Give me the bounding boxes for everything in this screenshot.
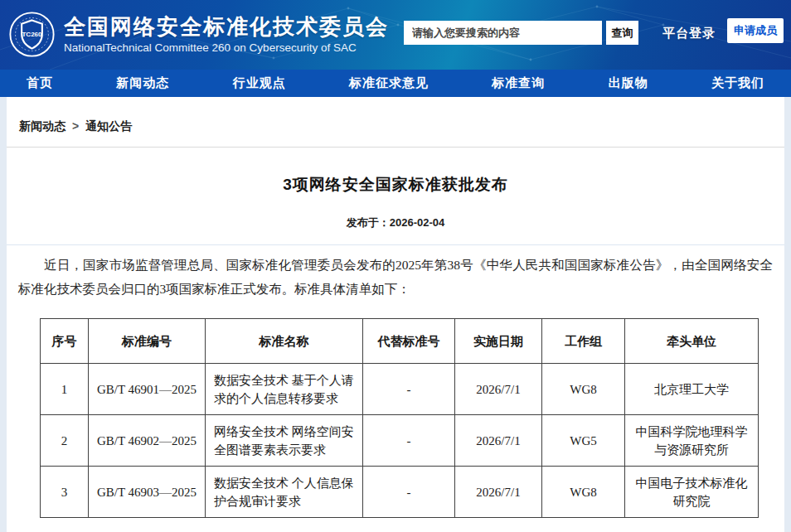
article-publish-date: 发布于：2026-02-04 — [7, 215, 784, 230]
cell-lead-org: 北京理工大学 — [625, 364, 759, 415]
cell-standard-name: 数据安全技术 基于个人请求的个人信息转移要求 — [206, 364, 363, 415]
col-header-standard-name: 标准名称 — [206, 319, 363, 364]
cell-index: 3 — [41, 467, 89, 518]
header-search: 查询 — [404, 21, 638, 45]
main-nav: 首页 新闻动态 行业观点 标准征求意见 标准查询 出版物 关于我们 — [0, 70, 791, 97]
title-divider — [7, 244, 784, 245]
org-name-en: NationalTechnical Committee 260 on Cyber… — [64, 41, 389, 55]
cell-implementation-date: 2026/7/1 — [455, 364, 542, 415]
breadcrumb-divider — [7, 147, 784, 148]
cell-standard-code: GB/T 46901—2025 — [89, 364, 206, 415]
cell-standard-code: GB/T 46903—2025 — [89, 467, 206, 518]
nav-item-news[interactable]: 新闻动态 — [116, 75, 169, 91]
nav-item-standard-comments[interactable]: 标准征求意见 — [349, 75, 429, 91]
site-header: TC260 全国网络安全标准化技术委员会 NationalTechnical C… — [0, 0, 791, 70]
nav-item-about-us[interactable]: 关于我们 — [711, 75, 764, 91]
cell-replaced-code: - — [363, 467, 455, 518]
platform-login-link[interactable]: 平台登录 — [662, 26, 716, 41]
col-header-lead-org: 牵头单位 — [625, 319, 759, 364]
nav-item-publications[interactable]: 出版物 — [609, 75, 648, 91]
cell-working-group: WG5 — [542, 415, 625, 467]
table-row: 1 GB/T 46901—2025 数据安全技术 基于个人请求的个人信息转移要求… — [41, 364, 759, 415]
org-name-cn: 全国网络安全标准化技术委员会 — [64, 14, 389, 39]
col-header-implementation-date: 实施日期 — [455, 319, 542, 364]
cell-implementation-date: 2026/7/1 — [455, 415, 542, 467]
apply-member-button[interactable]: 申请成员 — [727, 18, 784, 43]
content-panel: 新闻动态 > 通知公告 3项网络安全国家标准获批发布 发布于：2026-02-0… — [7, 97, 784, 532]
breadcrumb-parent[interactable]: 新闻动态 — [19, 119, 66, 133]
table-header-row: 序号 标准编号 标准名称 代替标准号 实施日期 工作组 牵头单位 — [41, 319, 759, 364]
cell-index: 1 — [41, 364, 89, 415]
nav-item-industry-views[interactable]: 行业观点 — [233, 75, 286, 91]
cell-lead-org: 中国电子技术标准化研究院 — [625, 467, 759, 518]
cell-working-group: WG8 — [542, 467, 625, 518]
site-logo[interactable]: TC260 全国网络安全标准化技术委员会 NationalTechnical C… — [8, 11, 389, 58]
standards-table: 序号 标准编号 标准名称 代替标准号 实施日期 工作组 牵头单位 1 GB/T … — [40, 318, 759, 518]
cell-standard-name: 网络安全技术 网络空间安全图谱要素表示要求 — [206, 415, 363, 467]
search-button[interactable]: 查询 — [606, 21, 638, 45]
search-input[interactable] — [404, 21, 602, 45]
col-header-index: 序号 — [41, 319, 89, 364]
nav-item-standard-search[interactable]: 标准查询 — [492, 75, 545, 91]
cell-index: 2 — [41, 415, 89, 467]
tc260-emblem-icon: TC260 — [8, 11, 56, 58]
col-header-standard-code: 标准编号 — [89, 319, 206, 364]
breadcrumb-separator: > — [72, 119, 79, 133]
svg-text:TC260: TC260 — [22, 31, 42, 38]
article-paragraph: 近日，国家市场监督管理总局、国家标准化管理委员会发布的2025年第38号《中华人… — [18, 253, 773, 301]
cell-standard-code: GB/T 46902—2025 — [89, 415, 206, 467]
article-title: 3项网络安全国家标准获批发布 — [7, 174, 784, 196]
cell-replaced-code: - — [363, 415, 455, 467]
nav-item-home[interactable]: 首页 — [27, 75, 53, 91]
org-names: 全国网络安全标准化技术委员会 NationalTechnical Committ… — [64, 14, 389, 55]
col-header-replaced-code: 代替标准号 — [363, 319, 455, 364]
cell-standard-name: 数据安全技术 个人信息保护合规审计要求 — [206, 467, 363, 518]
breadcrumb-current[interactable]: 通知公告 — [85, 119, 132, 133]
col-header-working-group: 工作组 — [542, 319, 625, 364]
breadcrumb: 新闻动态 > 通知公告 — [7, 97, 784, 147]
cell-working-group: WG8 — [542, 364, 625, 415]
cell-lead-org: 中国科学院地理科学与资源研究所 — [625, 415, 759, 467]
table-row: 2 GB/T 46902—2025 网络安全技术 网络空间安全图谱要素表示要求 … — [41, 415, 759, 467]
cell-implementation-date: 2026/7/1 — [455, 467, 542, 518]
cell-replaced-code: - — [363, 364, 455, 415]
table-row: 3 GB/T 46903—2025 数据安全技术 个人信息保护合规审计要求 - … — [41, 467, 759, 518]
